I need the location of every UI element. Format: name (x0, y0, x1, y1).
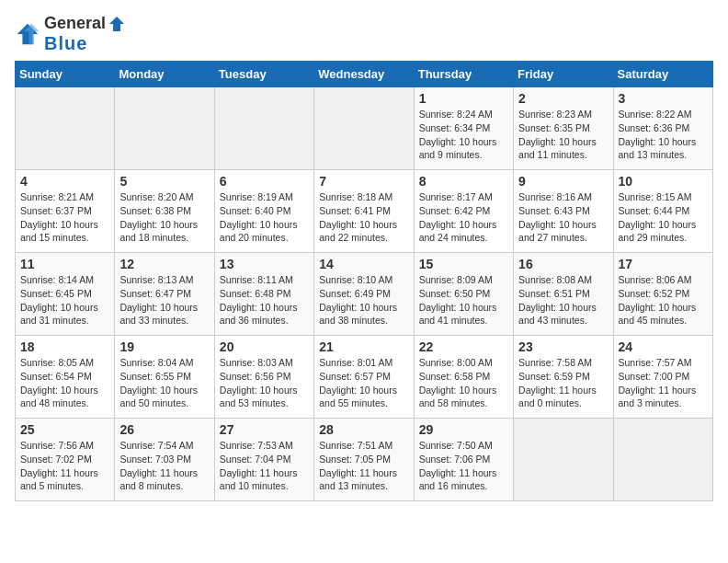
day-info: Sunrise: 8:06 AM Sunset: 6:52 PM Dayligh… (619, 273, 708, 327)
day-info: Sunrise: 8:08 AM Sunset: 6:51 PM Dayligh… (518, 273, 608, 327)
calendar-cell: 21Sunrise: 8:01 AM Sunset: 6:57 PM Dayli… (314, 336, 414, 419)
calendar-cell: 13Sunrise: 8:11 AM Sunset: 6:48 PM Dayli… (214, 253, 313, 336)
day-info: Sunrise: 8:03 AM Sunset: 6:56 PM Dayligh… (220, 356, 309, 410)
day-number: 29 (419, 422, 508, 437)
calendar-cell: 17Sunrise: 8:06 AM Sunset: 6:52 PM Dayli… (613, 253, 712, 336)
calendar-cell: 4Sunrise: 8:21 AM Sunset: 6:37 PM Daylig… (16, 170, 115, 253)
day-info: Sunrise: 8:21 AM Sunset: 6:37 PM Dayligh… (20, 190, 109, 245)
calendar-table: SundayMondayTuesdayWednesdayThursdayFrid… (15, 61, 713, 501)
logo: GeneralBlue (15, 15, 126, 53)
day-info: Sunrise: 8:05 AM Sunset: 6:54 PM Dayligh… (20, 356, 109, 410)
day-number: 24 (619, 339, 708, 354)
calendar-cell: 27Sunrise: 7:53 AM Sunset: 7:04 PM Dayli… (214, 419, 313, 501)
day-number: 14 (319, 257, 408, 271)
weekday-header: Friday (514, 62, 613, 87)
calendar-cell: 5Sunrise: 8:20 AM Sunset: 6:38 PM Daylig… (115, 170, 214, 253)
day-info: Sunrise: 8:01 AM Sunset: 6:57 PM Dayligh… (319, 356, 408, 410)
calendar-cell: 20Sunrise: 8:03 AM Sunset: 6:56 PM Dayli… (214, 336, 313, 419)
day-number: 21 (319, 339, 408, 354)
svg-marker-2 (109, 17, 124, 31)
day-info: Sunrise: 8:11 AM Sunset: 6:48 PM Dayligh… (220, 273, 309, 327)
calendar-cell: 1Sunrise: 8:24 AM Sunset: 6:34 PM Daylig… (414, 87, 513, 170)
day-number: 18 (20, 339, 109, 354)
day-number: 6 (220, 174, 309, 189)
day-number: 3 (619, 91, 708, 106)
day-number: 22 (419, 339, 508, 354)
calendar-cell: 29Sunrise: 7:50 AM Sunset: 7:06 PM Dayli… (414, 419, 513, 501)
day-info: Sunrise: 8:15 AM Sunset: 6:44 PM Dayligh… (619, 190, 708, 245)
day-number: 1 (419, 91, 508, 106)
calendar-cell: 26Sunrise: 7:54 AM Sunset: 7:03 PM Dayli… (115, 419, 214, 501)
day-number: 5 (119, 174, 209, 189)
day-number: 10 (619, 174, 708, 189)
day-info: Sunrise: 8:19 AM Sunset: 6:40 PM Dayligh… (220, 190, 309, 245)
weekday-header: Saturday (613, 62, 712, 87)
day-number: 28 (319, 422, 408, 437)
calendar-cell: 2Sunrise: 8:23 AM Sunset: 6:35 PM Daylig… (514, 87, 613, 170)
calendar-cell (115, 87, 214, 170)
calendar-cell: 11Sunrise: 8:14 AM Sunset: 6:45 PM Dayli… (16, 253, 115, 336)
weekday-header: Thursday (414, 62, 513, 87)
day-number: 16 (518, 257, 608, 271)
day-number: 25 (20, 422, 109, 437)
day-number: 15 (419, 257, 508, 271)
day-info: Sunrise: 8:20 AM Sunset: 6:38 PM Dayligh… (119, 190, 209, 245)
day-info: Sunrise: 8:13 AM Sunset: 6:47 PM Dayligh… (119, 273, 209, 327)
day-info: Sunrise: 8:16 AM Sunset: 6:43 PM Dayligh… (518, 190, 608, 245)
day-info: Sunrise: 8:00 AM Sunset: 6:58 PM Dayligh… (419, 356, 508, 410)
header: GeneralBlue (15, 15, 713, 53)
calendar-week-row: 18Sunrise: 8:05 AM Sunset: 6:54 PM Dayli… (16, 336, 713, 419)
day-number: 11 (20, 257, 109, 271)
weekday-header: Monday (115, 62, 214, 87)
day-info: Sunrise: 7:58 AM Sunset: 6:59 PM Dayligh… (518, 356, 608, 410)
weekday-header: Tuesday (214, 62, 313, 87)
day-number: 7 (319, 174, 408, 189)
day-info: Sunrise: 8:09 AM Sunset: 6:50 PM Dayligh… (419, 273, 508, 327)
calendar-cell: 18Sunrise: 8:05 AM Sunset: 6:54 PM Dayli… (16, 336, 115, 419)
day-info: Sunrise: 8:04 AM Sunset: 6:55 PM Dayligh… (119, 356, 209, 410)
day-number: 2 (518, 91, 608, 106)
calendar-cell: 24Sunrise: 7:57 AM Sunset: 7:00 PM Dayli… (613, 336, 712, 419)
logo-icon (15, 21, 40, 47)
day-info: Sunrise: 8:17 AM Sunset: 6:42 PM Dayligh… (419, 190, 508, 245)
day-number: 20 (220, 339, 309, 354)
calendar-cell: 8Sunrise: 8:17 AM Sunset: 6:42 PM Daylig… (414, 170, 513, 253)
day-info: Sunrise: 7:51 AM Sunset: 7:05 PM Dayligh… (319, 439, 408, 493)
calendar-cell: 14Sunrise: 8:10 AM Sunset: 6:49 PM Dayli… (314, 253, 414, 336)
day-number: 9 (518, 174, 608, 189)
calendar-cell: 15Sunrise: 8:09 AM Sunset: 6:50 PM Dayli… (414, 253, 513, 336)
day-info: Sunrise: 7:50 AM Sunset: 7:06 PM Dayligh… (419, 439, 508, 493)
calendar-cell: 28Sunrise: 7:51 AM Sunset: 7:05 PM Dayli… (314, 419, 414, 501)
calendar-week-row: 1Sunrise: 8:24 AM Sunset: 6:34 PM Daylig… (16, 87, 713, 170)
day-number: 19 (119, 339, 209, 354)
calendar-cell: 19Sunrise: 8:04 AM Sunset: 6:55 PM Dayli… (115, 336, 214, 419)
weekday-header: Wednesday (314, 62, 414, 87)
calendar-cell: 6Sunrise: 8:19 AM Sunset: 6:40 PM Daylig… (214, 170, 313, 253)
calendar-cell (613, 419, 712, 501)
calendar-cell (514, 419, 613, 501)
calendar-cell: 23Sunrise: 7:58 AM Sunset: 6:59 PM Dayli… (514, 336, 613, 419)
day-info: Sunrise: 7:57 AM Sunset: 7:00 PM Dayligh… (619, 356, 708, 410)
calendar-cell: 22Sunrise: 8:00 AM Sunset: 6:58 PM Dayli… (414, 336, 513, 419)
calendar-cell: 9Sunrise: 8:16 AM Sunset: 6:43 PM Daylig… (514, 170, 613, 253)
day-info: Sunrise: 8:18 AM Sunset: 6:41 PM Dayligh… (319, 190, 408, 245)
calendar-cell: 7Sunrise: 8:18 AM Sunset: 6:41 PM Daylig… (314, 170, 414, 253)
day-number: 12 (119, 257, 209, 271)
day-info: Sunrise: 8:10 AM Sunset: 6:49 PM Dayligh… (319, 273, 408, 327)
weekday-header-row: SundayMondayTuesdayWednesdayThursdayFrid… (16, 62, 713, 87)
logo-text: GeneralBlue (44, 15, 126, 53)
day-number: 17 (619, 257, 708, 271)
day-number: 23 (518, 339, 608, 354)
day-number: 8 (419, 174, 508, 189)
day-number: 4 (20, 174, 109, 189)
svg-marker-0 (17, 24, 38, 44)
calendar-cell (314, 87, 414, 170)
calendar-week-row: 11Sunrise: 8:14 AM Sunset: 6:45 PM Dayli… (16, 253, 713, 336)
day-info: Sunrise: 7:54 AM Sunset: 7:03 PM Dayligh… (119, 439, 209, 493)
calendar-cell: 3Sunrise: 8:22 AM Sunset: 6:36 PM Daylig… (613, 87, 712, 170)
calendar-cell (16, 87, 115, 170)
day-info: Sunrise: 8:24 AM Sunset: 6:34 PM Dayligh… (419, 108, 508, 162)
calendar-cell: 16Sunrise: 8:08 AM Sunset: 6:51 PM Dayli… (514, 253, 613, 336)
day-number: 26 (119, 422, 209, 437)
weekday-header: Sunday (16, 62, 115, 87)
